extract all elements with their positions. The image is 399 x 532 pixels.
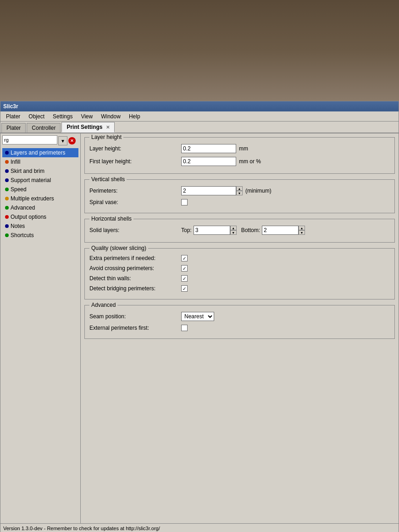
layer-height-section: Layer height Layer height: mm First laye… [84, 137, 395, 174]
advanced-title: Advanced [89, 302, 117, 308]
extra-perimeters-row: Extra perimeters if needed: [89, 255, 390, 261]
sidebar-item-skirt-brim[interactable]: Skirt and brim [2, 166, 78, 176]
menu-settings[interactable]: Settings [49, 112, 76, 121]
solid-layers-top-input[interactable] [194, 226, 230, 235]
advanced-content: Seam position: Nearest Aligned Random Ex… [89, 312, 390, 331]
sidebar-item-multiple-extruders[interactable]: Multiple extruders [2, 194, 78, 203]
vertical-shells-title: Vertical shells [89, 176, 127, 183]
top-spinner-down[interactable]: ▼ [230, 230, 237, 235]
top-label: Top: [181, 227, 192, 233]
bottom-spinner-buttons: ▲ ▼ [299, 226, 305, 235]
solid-layers-row: Solid layers: Top: ▲ ▼ Bottom: [89, 226, 390, 235]
extra-perimeters-checkbox[interactable] [181, 255, 188, 261]
perimeters-unit: (minimum) [245, 188, 272, 194]
nav-dot [5, 215, 9, 219]
right-panel: Layer height Layer height: mm First laye… [81, 133, 399, 523]
seam-position-row: Seam position: Nearest Aligned Random [89, 312, 390, 321]
nav-dot [5, 169, 9, 173]
sidebar-item-layers-perimeters[interactable]: Layers and perimeters [2, 148, 78, 157]
detect-bridging-row: Detect bridging perimeters: [89, 285, 390, 292]
vertical-shells-section: Vertical shells Perimeters: ▲ ▼ (minimum… [84, 179, 395, 213]
sidebar-item-advanced[interactable]: Advanced [2, 203, 78, 212]
perimeters-spinner: ▲ ▼ [181, 186, 243, 195]
spiral-vase-checkbox[interactable] [181, 199, 188, 205]
bottom-spinner-up[interactable]: ▲ [299, 226, 305, 230]
top-spinner-buttons: ▲ ▼ [230, 226, 237, 235]
nav-dot [5, 233, 9, 237]
solid-layers-bottom-input[interactable] [262, 226, 299, 235]
spiral-vase-label: Spiral vase: [89, 199, 181, 205]
quality-section: Quality (slower slicing) Extra perimeter… [84, 248, 395, 299]
tab-close-icon[interactable]: ✕ [106, 125, 110, 130]
menu-bar: Plater Object Settings View Window Help [0, 111, 399, 122]
detect-thin-walls-checkbox[interactable] [181, 275, 188, 282]
nav-dot [5, 206, 9, 210]
seam-position-label: Seam position: [89, 313, 181, 320]
horizontal-shells-title: Horizontal shells [89, 216, 133, 222]
perimeters-spinner-up[interactable]: ▲ [236, 186, 243, 191]
horizontal-shells-section: Horizontal shells Solid layers: Top: ▲ ▼ [84, 219, 395, 243]
layer-height-input[interactable] [181, 144, 236, 153]
sidebar-item-support[interactable]: Support material [2, 176, 78, 185]
first-layer-height-unit: mm or % [239, 158, 261, 165]
nav-dot [5, 151, 9, 155]
detect-thin-walls-label: Detect thin walls: [89, 275, 181, 282]
tab-bar: Plater Controller Print Settings ✕ [0, 122, 399, 133]
nav-dot [5, 160, 9, 164]
first-layer-height-row: First layer height: mm or % [89, 157, 390, 166]
app-title: Slic3r [3, 103, 18, 110]
nav-dot [5, 188, 9, 191]
top-bottom-container: Top: ▲ ▼ Bottom: [181, 226, 305, 235]
sidebar-search-button[interactable]: ▼ [58, 136, 67, 145]
sidebar-item-output-options[interactable]: Output options [2, 212, 78, 222]
menu-object[interactable]: Object [25, 112, 48, 121]
sidebar: ▼ ✕ Layers and perimeters Infill Skirt a… [0, 133, 81, 523]
external-perimeters-first-checkbox[interactable] [181, 325, 188, 331]
sidebar-item-speed[interactable]: Speed [2, 185, 78, 194]
external-perimeters-first-row: External perimeters first: [89, 325, 390, 331]
first-layer-height-input[interactable] [181, 157, 236, 166]
perimeters-input[interactable] [181, 186, 236, 195]
avoid-crossing-checkbox[interactable] [181, 265, 188, 272]
solid-layers-label: Solid layers: [89, 227, 181, 233]
detect-thin-walls-row: Detect thin walls: [89, 275, 390, 282]
layer-height-title: Layer height [89, 134, 123, 140]
sidebar-item-infill[interactable]: Infill [2, 157, 78, 166]
detect-bridging-checkbox[interactable] [181, 285, 188, 292]
vertical-shells-content: Perimeters: ▲ ▼ (minimum) Spiral vase: [89, 186, 390, 205]
menu-help[interactable]: Help [125, 112, 144, 121]
layer-height-label: Layer height: [89, 145, 181, 152]
sidebar-search-input[interactable] [2, 135, 57, 144]
menu-plater[interactable]: Plater [2, 112, 24, 121]
app-window: Slic3r Plater Object Settings View Windo… [0, 101, 399, 532]
quality-content: Extra perimeters if needed: Avoid crossi… [89, 255, 390, 292]
layer-height-row: Layer height: mm [89, 144, 390, 153]
title-bar: Slic3r [0, 101, 399, 111]
perimeters-spinner-down[interactable]: ▼ [236, 191, 243, 195]
nav-dot [5, 197, 9, 200]
bottom-spinner-down[interactable]: ▼ [299, 230, 305, 235]
tab-print-settings[interactable]: Print Settings ✕ [61, 122, 114, 133]
horizontal-shells-content: Solid layers: Top: ▲ ▼ Bottom: [89, 226, 390, 235]
menu-view[interactable]: View [77, 112, 96, 121]
first-layer-height-label: First layer height: [89, 158, 181, 165]
main-content: ▼ ✕ Layers and perimeters Infill Skirt a… [0, 133, 399, 523]
layer-height-content: Layer height: mm First layer height: mm … [89, 144, 390, 166]
sidebar-item-notes[interactable]: Notes [2, 222, 78, 231]
sidebar-close-button[interactable]: ✕ [68, 137, 76, 144]
external-perimeters-first-label: External perimeters first: [89, 325, 181, 331]
sidebar-search-row: ▼ ✕ [2, 135, 78, 146]
menu-window[interactable]: Window [97, 112, 124, 121]
bottom-spinner: ▲ ▼ [262, 226, 305, 235]
sidebar-item-shortcuts[interactable]: Shortcuts [2, 231, 78, 240]
seam-position-select[interactable]: Nearest Aligned Random [181, 312, 214, 321]
tab-plater[interactable]: Plater [1, 123, 26, 133]
bottom-label: Bottom: [241, 227, 260, 233]
top-spinner-up[interactable]: ▲ [230, 226, 237, 230]
avoid-crossing-label: Avoid crossing perimeters: [89, 265, 181, 272]
top-spinner: ▲ ▼ [194, 226, 237, 235]
extra-perimeters-label: Extra perimeters if needed: [89, 255, 181, 261]
spiral-vase-row: Spiral vase: [89, 199, 390, 205]
tab-controller[interactable]: Controller [27, 123, 61, 133]
perimeters-label: Perimeters: [89, 188, 181, 194]
